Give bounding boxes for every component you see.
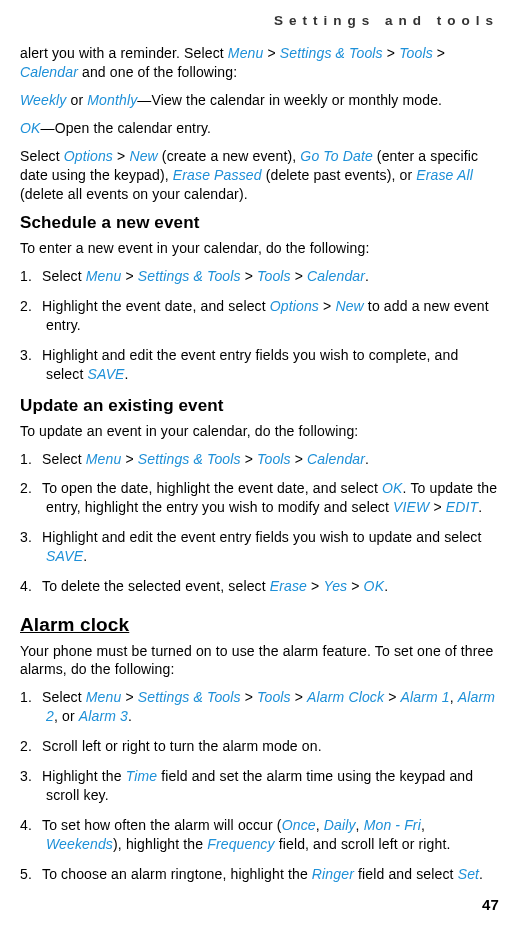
sep: > — [121, 451, 137, 467]
text: . — [384, 578, 388, 594]
step-number: 1. — [20, 450, 42, 469]
ui-options: Options — [64, 148, 113, 164]
sep: > — [241, 689, 257, 705]
ui-set: Set — [458, 866, 479, 882]
text: (delete all events on your calendar). — [20, 186, 248, 202]
text: ), highlight the — [113, 836, 207, 852]
list-item: 1.Select Menu > Settings & Tools > Tools… — [20, 688, 499, 726]
ui-calendar: Calendar — [307, 451, 365, 467]
text: , or — [54, 708, 79, 724]
ui-erase-passed: Erase Passed — [173, 167, 262, 183]
text: and one of the following: — [78, 64, 237, 80]
text: , — [316, 817, 324, 833]
ui-menu: Menu — [228, 45, 264, 61]
list-item: 3.Highlight the Time field and set the a… — [20, 767, 499, 805]
text: Highlight the — [42, 768, 126, 784]
intro-para-1: alert you with a reminder. Select Menu >… — [20, 44, 499, 82]
text: Select — [20, 148, 64, 164]
sep: > — [347, 578, 363, 594]
ui-view: VIEW — [393, 499, 429, 515]
sep: > — [291, 268, 307, 284]
heading-update: Update an existing event — [20, 395, 499, 418]
ui-ringer-field: Ringer — [312, 866, 354, 882]
alarm-lead: Your phone must be turned on to use the … — [20, 642, 499, 680]
sep: > — [291, 451, 307, 467]
update-lead: To update an event in your calendar, do … — [20, 422, 499, 441]
ui-tools: Tools — [257, 451, 291, 467]
step-number: 1. — [20, 688, 42, 707]
text: Select — [42, 451, 86, 467]
ui-save: SAVE — [46, 548, 83, 564]
sep: > — [307, 578, 323, 594]
text: —Open the calendar entry. — [41, 120, 212, 136]
list-item: 3.Highlight and edit the event entry fie… — [20, 528, 499, 566]
intro-para-3: OK—Open the calendar entry. — [20, 119, 499, 138]
text: Scroll left or right to turn the alarm m… — [42, 738, 322, 754]
ui-weekly: Weekly — [20, 92, 66, 108]
text: field and select — [354, 866, 458, 882]
ui-tools: Tools — [257, 268, 291, 284]
intro-para-2: Weekly or Monthly—View the calendar in w… — [20, 91, 499, 110]
step-number: 2. — [20, 737, 42, 756]
sep: > — [433, 45, 445, 61]
text: Select — [42, 689, 86, 705]
sep: > — [429, 499, 445, 515]
ui-settings-tools: Settings & Tools — [138, 689, 241, 705]
schedule-lead: To enter a new event in your calendar, d… — [20, 239, 499, 258]
sep: > — [113, 148, 129, 164]
ui-new: New — [129, 148, 157, 164]
text: (delete past events), or — [262, 167, 417, 183]
text: . — [365, 268, 369, 284]
ui-tools: Tools — [399, 45, 433, 61]
text: alert you with a reminder. Select — [20, 45, 228, 61]
ui-settings-tools: Settings & Tools — [138, 451, 241, 467]
step-number: 2. — [20, 297, 42, 316]
ui-erase-all: Erase All — [416, 167, 473, 183]
text: field, and scroll left or right. — [275, 836, 451, 852]
sep: > — [319, 298, 335, 314]
ui-tools: Tools — [257, 689, 291, 705]
ui-yes: Yes — [323, 578, 347, 594]
intro-para-4: Select Options > New (create a new event… — [20, 147, 499, 204]
ui-monthly: Monthly — [87, 92, 137, 108]
text: . — [365, 451, 369, 467]
text: To set how often the alarm will occur ( — [42, 817, 282, 833]
text: To delete the selected event, select — [42, 578, 270, 594]
schedule-steps: 1.Select Menu > Settings & Tools > Tools… — [20, 267, 499, 383]
ui-daily: Daily — [324, 817, 356, 833]
text: . — [128, 708, 132, 724]
ui-goto-date: Go To Date — [300, 148, 372, 164]
running-head: Settings and tools — [20, 12, 499, 30]
step-number: 4. — [20, 577, 42, 596]
sep: > — [263, 45, 279, 61]
list-item: 2.Scroll left or right to turn the alarm… — [20, 737, 499, 756]
step-number: 3. — [20, 528, 42, 547]
heading-schedule: Schedule a new event — [20, 212, 499, 235]
sep: > — [121, 689, 137, 705]
text: . — [479, 866, 483, 882]
ui-frequency-field: Frequency — [207, 836, 274, 852]
ui-weekends: Weekends — [46, 836, 113, 852]
text: , — [356, 817, 364, 833]
alarm-steps: 1.Select Menu > Settings & Tools > Tools… — [20, 688, 499, 883]
step-number: 4. — [20, 816, 42, 835]
ui-settings-tools: Settings & Tools — [280, 45, 383, 61]
ui-menu: Menu — [86, 451, 122, 467]
text: —View the calendar in weekly or monthly … — [137, 92, 442, 108]
text: . — [83, 548, 87, 564]
ui-calendar: Calendar — [307, 268, 365, 284]
ui-alarm-3: Alarm 3 — [79, 708, 128, 724]
list-item: 4.To set how often the alarm will occur … — [20, 816, 499, 854]
heading-alarm-clock: Alarm clock — [20, 612, 499, 638]
ui-menu: Menu — [86, 689, 122, 705]
sep: > — [384, 689, 400, 705]
sep: > — [241, 451, 257, 467]
sep: > — [383, 45, 399, 61]
list-item: 3.Highlight and edit the event entry fie… — [20, 346, 499, 384]
list-item: 2.Highlight the event date, and select O… — [20, 297, 499, 335]
step-number: 2. — [20, 479, 42, 498]
step-number: 3. — [20, 767, 42, 786]
ui-ok: OK — [20, 120, 41, 136]
step-number: 3. — [20, 346, 42, 365]
text: Highlight the event date, and select — [42, 298, 270, 314]
